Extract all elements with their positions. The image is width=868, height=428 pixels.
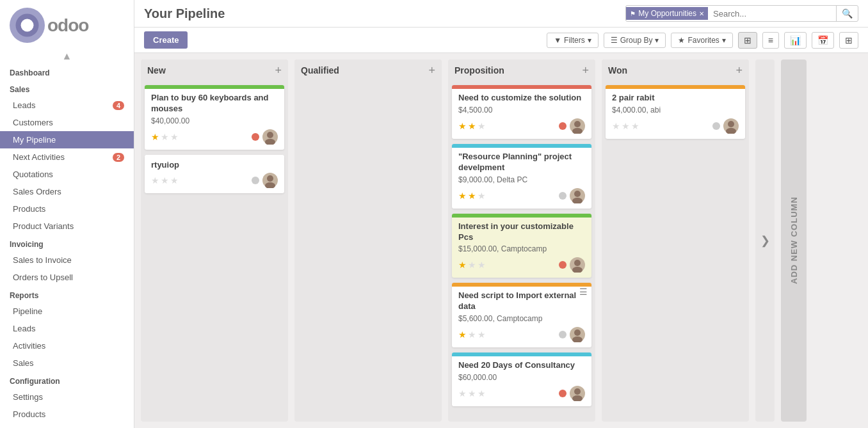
sidebar-item-config-products[interactable]: Products: [0, 406, 134, 423]
search-button[interactable]: 🔍: [836, 6, 858, 21]
star-3: ★: [631, 121, 639, 131]
column-title-won: Won: [608, 65, 627, 75]
column-add-qualified[interactable]: +: [428, 65, 435, 76]
star-1: ★: [458, 121, 467, 131]
filter-icon: ▼: [554, 36, 561, 45]
kanban-card[interactable]: Need to customize the solution $4,500.00…: [452, 85, 591, 139]
kanban-card[interactable]: Plan to buy 60 keyboards and mouses $40,…: [145, 85, 284, 150]
sidebar-item-leads-report[interactable]: Leads: [0, 320, 134, 337]
sidebar-item-activities[interactable]: Activities: [0, 337, 134, 354]
column-add-proposition[interactable]: +: [582, 65, 589, 76]
next-column-button[interactable]: ❯: [755, 59, 775, 422]
kanban-card[interactable]: rtyuiop ★ ★ ★: [145, 155, 284, 193]
star-1: ★: [151, 175, 159, 186]
star-2: ★: [468, 260, 476, 270]
svg-point-9: [574, 191, 581, 197]
group-by-chevron-icon: ▾: [655, 36, 659, 45]
activity-dot: [559, 122, 567, 130]
view-kanban-button[interactable]: ⊞: [738, 32, 757, 49]
avatar: [723, 118, 739, 134]
create-button[interactable]: Create: [144, 31, 188, 49]
card-footer: ★ ★ ★: [458, 188, 585, 203]
card-title: rtyuiop: [151, 160, 278, 171]
star-1: ★: [458, 260, 467, 270]
card-amount: $40,000.00: [151, 116, 278, 125]
sidebar-item-my-pipeline[interactable]: My Pipeline: [0, 131, 134, 148]
column-add-new[interactable]: +: [275, 65, 282, 76]
activity-dot: [252, 177, 259, 184]
add-new-column[interactable]: ADD NEW COLUMN: [781, 59, 807, 422]
kanban-card[interactable]: 2 pair rabit $4,000.00, abi ★ ★ ★: [606, 85, 745, 139]
search-tag[interactable]: ⚑ My Opportunities ✕: [626, 7, 708, 20]
filters-chevron-icon: ▾: [588, 36, 591, 45]
svg-point-6: [265, 182, 275, 188]
sidebar-item-sales-orders[interactable]: Sales Orders: [0, 183, 134, 200]
card-menu-button[interactable]: ☰: [579, 287, 588, 297]
star-1: ★: [458, 191, 467, 201]
column-header-qualified: Qualified +: [294, 59, 442, 81]
column-header-new: New +: [141, 59, 288, 81]
kanban-card[interactable]: "Resource Planning" project develpment $…: [452, 144, 591, 209]
svg-point-14: [572, 337, 583, 342]
kanban-card[interactable]: Need 20 Days of Consultancy $60,000.00 ★…: [452, 353, 591, 406]
sidebar-item-pipeline[interactable]: Pipeline: [0, 303, 134, 320]
star-2: ★: [622, 121, 630, 131]
search-tag-label: My Opportunities: [638, 9, 696, 18]
sidebar-item-quotations[interactable]: Quotations: [0, 166, 134, 183]
star-2: ★: [161, 175, 169, 186]
card-color-bar: [606, 85, 745, 89]
svg-point-12: [572, 267, 583, 273]
star-icon: ★: [678, 36, 685, 45]
avatar: [570, 386, 585, 401]
sidebar-scroll-up[interactable]: ▲: [0, 49, 134, 63]
add-new-column-label: ADD NEW COLUMN: [789, 197, 799, 285]
card-actions: [559, 327, 585, 342]
star-1: ★: [612, 121, 620, 131]
column-title-qualified: Qualified: [301, 65, 339, 75]
card-footer: ★ ★ ★: [458, 257, 585, 273]
card-stars: ★ ★ ★: [458, 388, 486, 399]
card-color-bar: [452, 353, 591, 356]
search-input[interactable]: [708, 6, 836, 21]
group-by-icon: ☰: [611, 36, 618, 45]
card-footer: ★ ★ ★: [458, 118, 585, 134]
kanban-card[interactable]: ☰ Need script to Import external data $5…: [452, 283, 591, 347]
sidebar-item-sales-report[interactable]: Sales: [0, 354, 134, 372]
sidebar-item-leads[interactable]: Leads 4: [0, 97, 134, 114]
column-cards-qualified: [294, 81, 442, 422]
column-cards-new: Plan to buy 60 keyboards and mouses $40,…: [141, 81, 288, 422]
sidebar-item-sales-to-invoice[interactable]: Sales to Invoice: [0, 251, 134, 269]
view-list-button[interactable]: ≡: [762, 32, 779, 49]
sidebar-section-configuration: Configuration: [0, 372, 134, 388]
view-pivot-button[interactable]: ⊞: [839, 32, 858, 49]
view-graph-button[interactable]: 📊: [784, 32, 807, 49]
filters-button[interactable]: ▼ Filters ▾: [547, 33, 599, 48]
favorites-button[interactable]: ★ Favorites ▾: [671, 33, 732, 48]
sidebar-item-product-variants[interactable]: Product Variants: [0, 218, 134, 235]
view-calendar-button[interactable]: 📅: [812, 32, 834, 49]
star-2: ★: [468, 121, 476, 131]
card-title: "Resource Planning" project develpment: [458, 152, 585, 173]
kanban-card[interactable]: Interest in your customizable Pcs $15,00…: [452, 214, 591, 278]
column-add-won[interactable]: +: [735, 65, 743, 76]
sidebar-item-products[interactable]: Products: [0, 200, 134, 218]
sidebar-section-invoicing: Invoicing: [0, 235, 134, 251]
svg-point-11: [574, 260, 581, 266]
card-color-bar: [452, 85, 591, 89]
sidebar-item-orders-to-upsell[interactable]: Orders to Upsell: [0, 269, 134, 286]
activity-dot: [559, 390, 567, 397]
card-amount: $9,000.00, Delta PC: [458, 175, 585, 184]
card-footer: ★ ★ ★: [151, 129, 278, 145]
next-arrow-icon: ❯: [760, 234, 770, 248]
sidebar-item-leads-opportunities[interactable]: ▶ Leads & Opportunities: [0, 423, 134, 428]
sidebar-item-next-activities[interactable]: Next Activities 2: [0, 148, 134, 166]
group-by-button[interactable]: ☰ Group By ▾: [604, 33, 666, 48]
column-cards-proposition: Need to customize the solution $4,500.00…: [448, 81, 595, 422]
activity-dot: [712, 122, 720, 130]
sidebar-item-settings[interactable]: Settings: [0, 388, 134, 406]
sidebar-item-customers[interactable]: Customers: [0, 114, 134, 131]
card-amount: $4,000.00, abi: [612, 106, 739, 115]
tag-filter-icon: ⚑: [630, 10, 636, 17]
search-tag-close[interactable]: ✕: [699, 10, 704, 17]
card-amount: $4,500.00: [458, 106, 585, 115]
